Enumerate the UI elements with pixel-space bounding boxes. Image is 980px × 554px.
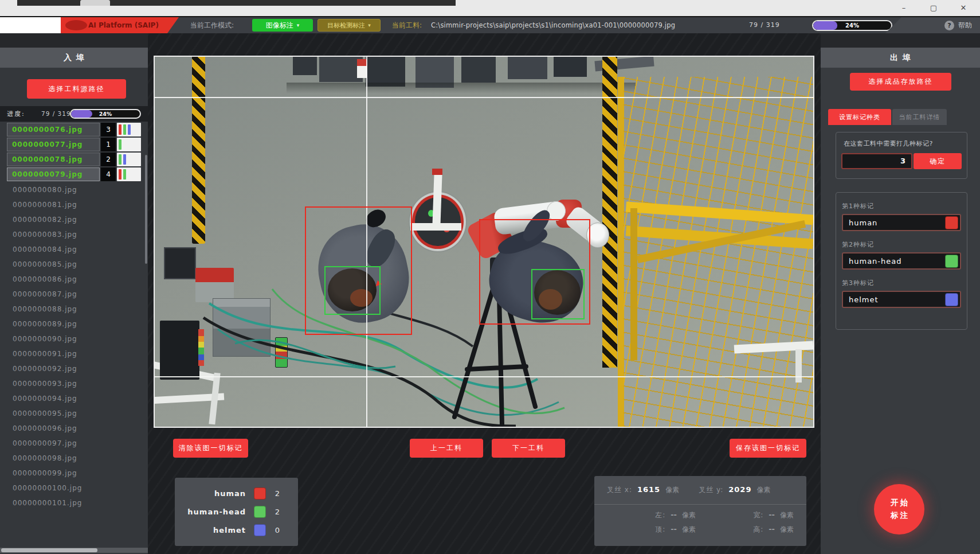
file-item[interactable]: 0000000092.jpg	[0, 361, 148, 376]
file-item[interactable]: 00000000101.jpg	[0, 496, 148, 510]
annotation-layer	[155, 57, 813, 427]
question-mark-icon: ?	[944, 21, 954, 30]
select-source-path-button[interactable]: 选择工料源路径	[27, 79, 126, 99]
mode-dropdown-detection-annotation[interactable]: 目标检测标注 ▾	[317, 19, 381, 32]
file-item[interactable]: 0000000096.jpg	[0, 421, 148, 436]
workspace: 清除该图一切标记 上一工料 下一工料 保存该图一切标记 human2human-…	[148, 33, 821, 554]
annotation-count-badge: 1	[101, 138, 116, 151]
progress-percent: 24%	[71, 110, 140, 118]
label-section-title: 第3种标记	[842, 279, 967, 287]
progress-count: 79 / 319	[41, 106, 71, 122]
select-output-path-button[interactable]: 选择成品存放路径	[850, 73, 951, 91]
file-item[interactable]: 00000000100.jpg	[0, 481, 148, 496]
bounding-box-human-head[interactable]	[531, 269, 584, 319]
label-section-title: 第1种标记	[842, 202, 967, 210]
legend-label: helmet	[184, 526, 254, 535]
label-name-input[interactable]: human	[842, 214, 961, 231]
file-item-annotated[interactable]: 0000000076.jpg3	[7, 123, 141, 136]
file-item-annotated[interactable]: 0000000077.jpg1	[7, 138, 141, 151]
crosshair-x-readout: 叉丝 x: 1615 像素	[607, 485, 679, 495]
file-item-annotated[interactable]: 0000000079.jpg4	[7, 167, 141, 181]
help-label: 帮助	[958, 21, 972, 30]
file-item[interactable]: 0000000094.jpg	[0, 391, 148, 406]
annotation-color-swatch	[117, 153, 141, 166]
box-readout-line: 左: -- 像素 宽: -- 像素	[621, 510, 794, 520]
output-panel: 出埠 选择成品存放路径 设置标记种类 当前工料详情 在这套工料中需要打几种标记?…	[821, 33, 980, 554]
window-restore-button[interactable]: ▢	[927, 0, 940, 16]
bounding-box-human-head[interactable]	[324, 266, 380, 315]
box-top-value: --	[671, 525, 677, 533]
file-item-annotated[interactable]: 0000000078.jpg2	[7, 153, 141, 166]
start-button-line2: 标注	[889, 509, 910, 522]
file-item[interactable]: 0000000086.jpg	[0, 272, 148, 287]
file-item[interactable]: 0000000099.jpg	[0, 466, 148, 481]
file-item[interactable]: 0000000088.jpg	[0, 302, 148, 317]
file-item[interactable]: 0000000097.jpg	[0, 436, 148, 451]
input-panel-title: 入埠	[0, 48, 148, 68]
file-item[interactable]: 0000000085.jpg	[0, 257, 148, 272]
box-width-readout: 宽: -- 像素	[719, 510, 794, 520]
label-color-swatch[interactable]	[945, 216, 958, 229]
file-item[interactable]: 0000000080.jpg	[0, 182, 148, 197]
confirm-button[interactable]: 确定	[914, 153, 962, 169]
legend-label: human-head	[184, 508, 254, 516]
label-count-row: 3 确定	[836, 153, 967, 169]
help-button[interactable]: ? 帮助	[944, 17, 972, 33]
file-item[interactable]: 0000000081.jpg	[0, 197, 148, 212]
file-item[interactable]: 0000000098.jpg	[0, 451, 148, 466]
annotation-canvas[interactable]	[154, 56, 814, 428]
clear-annotations-button[interactable]: 清除该图一切标记	[173, 439, 248, 458]
progress-percent: 24%	[813, 21, 891, 30]
save-annotations-button[interactable]: 保存该图一切标记	[730, 439, 806, 458]
tab-set-label-types[interactable]: 设置标记种类	[828, 109, 891, 125]
progress-label: 进度:	[7, 106, 25, 122]
file-item[interactable]: 0000000083.jpg	[0, 227, 148, 242]
label-count-input[interactable]: 3	[841, 153, 912, 169]
label-name-input[interactable]: helmet	[842, 291, 961, 308]
annotation-count-badge: 4	[101, 167, 116, 181]
file-list-scrollbar-thumb[interactable]	[145, 155, 147, 264]
next-file-button[interactable]: 下一工料	[492, 439, 565, 458]
file-item[interactable]: 0000000090.jpg	[0, 331, 148, 346]
file-item[interactable]: 0000000095.jpg	[0, 406, 148, 421]
mode-dropdown-image-annotation[interactable]: 图像标注 ▾	[252, 19, 313, 32]
legend-color-swatch	[254, 506, 266, 518]
file-item[interactable]: 0000000084.jpg	[0, 242, 148, 257]
tab-current-file-details[interactable]: 当前工料详情	[892, 109, 947, 125]
annotation-count-badge: 2	[101, 153, 116, 166]
app-header: AI Platform (SAIP) 当前工作模式: 图像标注 ▾ 目标检测标注…	[0, 16, 980, 33]
color-bar	[123, 169, 126, 180]
legend-count: 2	[266, 508, 289, 516]
crosshair-x-label: 叉丝 x:	[607, 485, 632, 495]
start-annotation-button[interactable]: 开始 标注	[874, 484, 924, 535]
file-name: 0000000079.jpg	[7, 167, 100, 181]
crosshair-y-value: 2029	[728, 485, 751, 494]
box-width-value: --	[769, 510, 775, 519]
window-minimize-button[interactable]: –	[897, 0, 910, 16]
color-bar	[119, 154, 121, 165]
output-panel-title-text: 出埠	[890, 53, 915, 62]
chevron-down-icon: ▾	[297, 22, 300, 28]
pixel-unit: 像素	[780, 510, 794, 520]
file-item[interactable]: 0000000089.jpg	[0, 317, 148, 331]
label-section-title: 第2种标记	[842, 240, 967, 249]
hscroll-thumb[interactable]	[1, 548, 97, 552]
file-item[interactable]: 0000000091.jpg	[0, 346, 148, 361]
label-name-input[interactable]: human-head	[842, 252, 961, 270]
window-close-button[interactable]: ✕	[957, 0, 970, 16]
titlebar-tab	[80, 0, 110, 6]
legend-count: 0	[266, 526, 289, 535]
label-color-swatch[interactable]	[945, 293, 958, 306]
file-name: 0000000078.jpg	[7, 153, 100, 166]
label-color-swatch[interactable]	[945, 255, 958, 268]
progress-strip: 进度: 79 / 319 24%	[0, 106, 148, 122]
box-height-readout: 高: -- 像素	[719, 525, 794, 535]
color-bar	[128, 124, 131, 135]
file-item[interactable]: 0000000082.jpg	[0, 212, 148, 227]
previous-file-button[interactable]: 上一工料	[410, 439, 483, 458]
input-panel-spacer	[0, 33, 148, 48]
file-name: 0000000077.jpg	[7, 138, 100, 151]
file-item[interactable]: 0000000087.jpg	[0, 287, 148, 302]
file-item[interactable]: 0000000093.jpg	[0, 376, 148, 391]
pixel-unit: 像素	[665, 485, 679, 495]
